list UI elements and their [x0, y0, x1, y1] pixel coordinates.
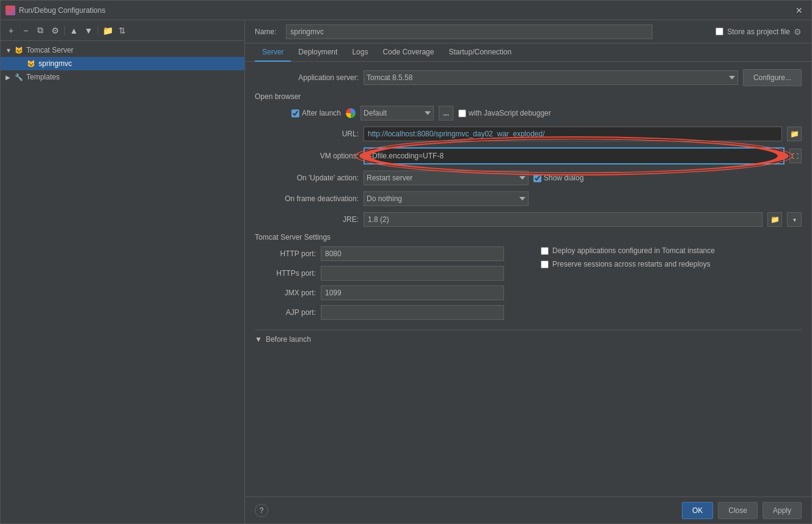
- show-dialog-label[interactable]: Show dialog: [533, 174, 583, 182]
- wrench-icon: 🔧: [14, 72, 24, 82]
- tree-label-springmvc: springmvc: [38, 59, 72, 68]
- js-debugger-text: with JavaScript debugger: [469, 109, 551, 117]
- tab-logs[interactable]: Logs: [345, 43, 375, 62]
- tomcat-settings-title: Tomcat Server Settings: [255, 233, 802, 242]
- deploy-tomcat-text: Deploy applications configured in Tomcat…: [552, 246, 715, 255]
- tree-item-templates[interactable]: ▶ 🔧 Templates: [1, 70, 244, 84]
- update-label: On 'Update' action:: [255, 174, 359, 182]
- store-project-checkbox[interactable]: [715, 28, 723, 35]
- vm-label: VM options:: [255, 152, 359, 160]
- deploy-tomcat-checkbox[interactable]: [541, 247, 549, 255]
- main-content: + − ⧉ ⚙ ▲ ▼ 📁 ⇅ ▼ 🐱 Tomcat Server: [1, 20, 811, 523]
- tab-startup-connection[interactable]: Startup/Connection: [441, 43, 519, 62]
- show-dialog-text: Show dialog: [544, 174, 583, 182]
- vm-input[interactable]: [364, 147, 785, 164]
- tomcat-icon: 🐱: [14, 45, 24, 55]
- separator: [64, 26, 65, 35]
- down-button[interactable]: ▼: [82, 24, 95, 37]
- jmx-port-input[interactable]: [321, 286, 504, 300]
- close-icon[interactable]: ✕: [792, 4, 807, 17]
- tab-code-coverage[interactable]: Code Coverage: [375, 43, 441, 62]
- http-port-row: HTTP port:: [255, 246, 504, 261]
- toolbar: + − ⧉ ⚙ ▲ ▼ 📁 ⇅: [1, 20, 244, 41]
- deploy-tomcat-label[interactable]: Deploy applications configured in Tomcat…: [541, 246, 715, 255]
- before-launch-label: Before launch: [266, 335, 311, 344]
- jre-folder-icon[interactable]: 📁: [767, 212, 782, 227]
- show-dialog-checkbox[interactable]: [533, 174, 541, 182]
- store-gear-icon[interactable]: ⚙: [794, 27, 802, 37]
- copy-button[interactable]: ⧉: [34, 24, 47, 37]
- ajp-port-input[interactable]: [321, 305, 504, 320]
- separator: [98, 26, 98, 35]
- update-action-row: On 'Update' action: Restart server Show …: [255, 171, 802, 185]
- sort-button[interactable]: ⇅: [115, 24, 129, 37]
- add-button[interactable]: +: [4, 24, 18, 37]
- https-port-input[interactable]: [321, 266, 504, 281]
- before-launch-arrow: ▼: [255, 335, 262, 344]
- url-row: URL: 📁: [255, 127, 802, 141]
- browser-dots-button[interactable]: ...: [439, 106, 453, 120]
- preserve-sessions-checkbox[interactable]: [541, 260, 549, 268]
- after-launch-checkbox-label[interactable]: After launch: [291, 109, 341, 117]
- http-port-label: HTTP port:: [255, 249, 316, 258]
- tab-server[interactable]: Server: [255, 43, 291, 62]
- bottom-bar: ? OK Close Apply: [245, 496, 811, 523]
- jmx-port-label: JMX port:: [255, 289, 316, 297]
- right-panel: Name: Store as project file ⚙ Server Dep…: [245, 20, 811, 523]
- ok-button[interactable]: OK: [682, 502, 713, 519]
- preserve-sessions-label[interactable]: Preserve sessions across restarts and re…: [541, 260, 715, 268]
- http-port-input[interactable]: [321, 246, 504, 261]
- https-port-row: HTTPs port:: [255, 266, 504, 281]
- url-folder-icon[interactable]: 📁: [787, 127, 802, 141]
- frame-deact-row: On frame deactivation: Do nothing: [255, 191, 802, 206]
- jre-label: JRE:: [255, 215, 359, 224]
- tree-label-tomcat: Tomcat Server: [26, 46, 73, 54]
- app-icon: [5, 6, 15, 15]
- before-launch-header[interactable]: ▼ Before launch: [255, 335, 802, 344]
- jre-input[interactable]: [364, 212, 763, 227]
- remove-button[interactable]: −: [19, 24, 32, 37]
- server-icon: 🐱: [26, 59, 36, 68]
- left-panel: + − ⧉ ⚙ ▲ ▼ 📁 ⇅ ▼ 🐱 Tomcat Server: [1, 20, 245, 523]
- name-row: Name: Store as project file ⚙: [245, 20, 811, 43]
- tree-item-tomcat-server[interactable]: ▼ 🐱 Tomcat Server: [1, 43, 244, 57]
- after-launch-checkbox[interactable]: [291, 109, 299, 117]
- close-button[interactable]: Close: [718, 502, 758, 519]
- frame-deact-dropdown[interactable]: Do nothing: [364, 191, 529, 206]
- settings-button[interactable]: ⚙: [48, 24, 62, 37]
- store-project-label: Store as project file: [727, 28, 790, 36]
- name-input[interactable]: [286, 24, 653, 39]
- expand-arrow-templates: ▶: [5, 74, 13, 81]
- config-tree: ▼ 🐱 Tomcat Server 🐱 springmvc ▶ 🔧 Templa…: [1, 41, 244, 523]
- tree-item-springmvc[interactable]: 🐱 springmvc: [1, 57, 244, 70]
- browser-dropdown[interactable]: Default: [360, 106, 434, 120]
- up-button[interactable]: ▲: [67, 24, 81, 37]
- url-label: URL:: [255, 130, 359, 138]
- apply-button[interactable]: Apply: [763, 502, 802, 519]
- vm-options-row: VM options: ⛶: [255, 147, 802, 164]
- after-launch-label: After launch: [302, 109, 341, 117]
- preserve-sessions-text: Preserve sessions across restarts and re…: [552, 260, 711, 268]
- configure-button[interactable]: Configure...: [743, 69, 802, 86]
- jre-row: JRE: 📁 ▾: [255, 212, 802, 227]
- expand-arrow: ▼: [5, 47, 13, 54]
- dialog: Run/Debug Configurations ✕ + − ⧉ ⚙ ▲ ▼ 📁…: [0, 0, 812, 524]
- app-server-dropdown[interactable]: Tomcat 8.5.58: [364, 70, 738, 85]
- js-debugger-label[interactable]: with JavaScript debugger: [458, 109, 551, 117]
- tab-deployment[interactable]: Deployment: [291, 43, 345, 62]
- jre-dropdown-button[interactable]: ▾: [787, 212, 802, 227]
- vm-input-wrapper: [364, 147, 785, 164]
- update-action-dropdown[interactable]: Restart server: [364, 171, 529, 185]
- https-port-label: HTTPs port:: [255, 269, 316, 278]
- tabs-bar: Server Deployment Logs Code Coverage Sta…: [245, 43, 811, 62]
- title-bar-text: Run/Debug Configurations: [19, 6, 792, 15]
- vm-expand-button[interactable]: ⛶: [789, 149, 802, 163]
- help-button[interactable]: ?: [255, 504, 268, 517]
- url-input[interactable]: [364, 127, 782, 141]
- folder-button[interactable]: 📁: [101, 24, 114, 37]
- frame-deact-label: On frame deactivation:: [255, 194, 359, 203]
- js-debugger-checkbox[interactable]: [458, 109, 466, 117]
- settings-columns: HTTP port: HTTPs port: JMX port: AJ: [255, 246, 802, 325]
- jmx-port-row: JMX port:: [255, 286, 504, 300]
- before-launch-section: ▼ Before launch: [255, 330, 802, 344]
